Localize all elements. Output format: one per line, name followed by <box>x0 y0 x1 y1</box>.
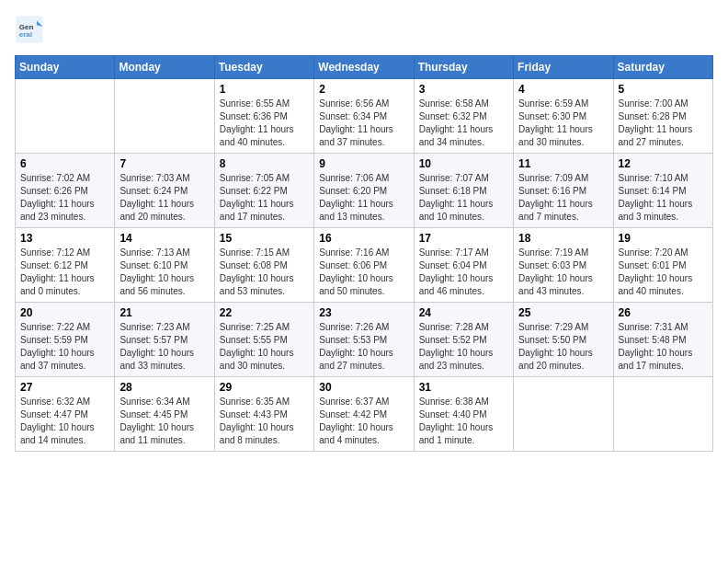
day-number: 13 <box>20 232 109 245</box>
day-info: Sunrise: 7:17 AM Sunset: 6:04 PM Dayligh… <box>419 247 508 298</box>
day-info: Sunrise: 7:10 AM Sunset: 6:14 PM Dayligh… <box>619 172 708 224</box>
day-info: Sunrise: 7:13 AM Sunset: 6:10 PM Dayligh… <box>119 247 209 298</box>
weekday-header: Friday <box>514 56 613 79</box>
calendar-header: SundayMondayTuesdayWednesdayThursdayFrid… <box>16 56 713 79</box>
day-number: 11 <box>518 157 608 170</box>
day-number: 7 <box>119 157 209 170</box>
calendar-cell: 22Sunrise: 7:25 AM Sunset: 5:55 PM Dayli… <box>214 303 313 377</box>
day-info: Sunrise: 7:00 AM Sunset: 6:28 PM Dayligh… <box>619 98 708 149</box>
day-info: Sunrise: 7:15 AM Sunset: 6:08 PM Dayligh… <box>220 247 309 298</box>
day-info: Sunrise: 7:02 AM Sunset: 6:26 PM Dayligh… <box>20 172 109 224</box>
day-info: Sunrise: 7:29 AM Sunset: 5:50 PM Dayligh… <box>518 321 608 373</box>
logo: Gen eral <box>15 15 48 44</box>
day-info: Sunrise: 7:09 AM Sunset: 6:16 PM Dayligh… <box>518 172 608 224</box>
calendar-week-row: 27Sunrise: 6:32 AM Sunset: 4:47 PM Dayli… <box>16 377 713 452</box>
calendar-week-row: 1Sunrise: 6:55 AM Sunset: 6:36 PM Daylig… <box>16 79 713 154</box>
calendar-week-row: 6Sunrise: 7:02 AM Sunset: 6:26 PM Daylig… <box>16 154 713 228</box>
logo-icon: Gen eral <box>15 15 44 44</box>
weekday-header: Thursday <box>414 56 513 79</box>
calendar-cell: 21Sunrise: 7:23 AM Sunset: 5:57 PM Dayli… <box>115 303 214 377</box>
calendar-cell: 29Sunrise: 6:35 AM Sunset: 4:43 PM Dayli… <box>214 377 313 452</box>
svg-text:eral: eral <box>19 30 32 39</box>
calendar-cell: 2Sunrise: 6:56 AM Sunset: 6:34 PM Daylig… <box>314 79 414 154</box>
calendar-cell: 15Sunrise: 7:15 AM Sunset: 6:08 PM Dayli… <box>214 228 313 303</box>
day-number: 3 <box>419 83 508 96</box>
day-number: 6 <box>20 157 109 170</box>
calendar-cell: 18Sunrise: 7:19 AM Sunset: 6:03 PM Dayli… <box>514 228 613 303</box>
day-number: 16 <box>319 232 408 245</box>
day-info: Sunrise: 6:38 AM Sunset: 4:40 PM Dayligh… <box>419 396 508 447</box>
day-number: 26 <box>619 306 708 319</box>
calendar-cell: 27Sunrise: 6:32 AM Sunset: 4:47 PM Dayli… <box>16 377 115 452</box>
calendar-cell: 10Sunrise: 7:07 AM Sunset: 6:18 PM Dayli… <box>414 154 513 228</box>
day-number: 14 <box>119 232 209 245</box>
day-info: Sunrise: 6:37 AM Sunset: 4:42 PM Dayligh… <box>319 396 408 447</box>
day-info: Sunrise: 6:34 AM Sunset: 4:45 PM Dayligh… <box>119 396 209 447</box>
weekday-header: Sunday <box>16 56 115 79</box>
calendar-week-row: 13Sunrise: 7:12 AM Sunset: 6:12 PM Dayli… <box>16 228 713 303</box>
day-number: 22 <box>220 306 309 319</box>
calendar-cell <box>115 79 214 154</box>
day-number: 9 <box>319 157 408 170</box>
day-number: 19 <box>619 232 708 245</box>
day-number: 1 <box>220 83 309 96</box>
calendar-cell: 12Sunrise: 7:10 AM Sunset: 6:14 PM Dayli… <box>613 154 712 228</box>
day-number: 4 <box>518 83 608 96</box>
day-info: Sunrise: 7:23 AM Sunset: 5:57 PM Dayligh… <box>119 321 209 373</box>
day-number: 27 <box>20 381 109 394</box>
day-info: Sunrise: 7:26 AM Sunset: 5:53 PM Dayligh… <box>319 321 408 373</box>
calendar-cell: 4Sunrise: 6:59 AM Sunset: 6:30 PM Daylig… <box>514 79 613 154</box>
calendar-cell: 31Sunrise: 6:38 AM Sunset: 4:40 PM Dayli… <box>414 377 513 452</box>
day-number: 17 <box>419 232 508 245</box>
day-number: 30 <box>319 381 408 394</box>
page-header: Gen eral <box>15 15 713 44</box>
day-info: Sunrise: 7:12 AM Sunset: 6:12 PM Dayligh… <box>20 247 109 298</box>
calendar-cell <box>514 377 613 452</box>
weekday-header: Monday <box>115 56 214 79</box>
weekday-header: Saturday <box>613 56 712 79</box>
calendar-cell: 16Sunrise: 7:16 AM Sunset: 6:06 PM Dayli… <box>314 228 414 303</box>
day-info: Sunrise: 7:03 AM Sunset: 6:24 PM Dayligh… <box>119 172 209 224</box>
calendar-cell: 14Sunrise: 7:13 AM Sunset: 6:10 PM Dayli… <box>115 228 214 303</box>
calendar-cell: 11Sunrise: 7:09 AM Sunset: 6:16 PM Dayli… <box>514 154 613 228</box>
day-info: Sunrise: 7:31 AM Sunset: 5:48 PM Dayligh… <box>619 321 708 373</box>
calendar-cell: 13Sunrise: 7:12 AM Sunset: 6:12 PM Dayli… <box>16 228 115 303</box>
day-number: 29 <box>220 381 309 394</box>
calendar-cell: 24Sunrise: 7:28 AM Sunset: 5:52 PM Dayli… <box>414 303 513 377</box>
day-info: Sunrise: 6:56 AM Sunset: 6:34 PM Dayligh… <box>319 98 408 149</box>
day-number: 8 <box>220 157 309 170</box>
day-info: Sunrise: 7:19 AM Sunset: 6:03 PM Dayligh… <box>518 247 608 298</box>
day-number: 15 <box>220 232 309 245</box>
calendar-cell: 20Sunrise: 7:22 AM Sunset: 5:59 PM Dayli… <box>16 303 115 377</box>
weekday-header: Tuesday <box>214 56 313 79</box>
calendar-cell: 19Sunrise: 7:20 AM Sunset: 6:01 PM Dayli… <box>613 228 712 303</box>
day-info: Sunrise: 6:35 AM Sunset: 4:43 PM Dayligh… <box>220 396 309 447</box>
weekday-header: Wednesday <box>314 56 414 79</box>
weekday-header-row: SundayMondayTuesdayWednesdayThursdayFrid… <box>16 56 713 79</box>
day-info: Sunrise: 6:32 AM Sunset: 4:47 PM Dayligh… <box>20 396 109 447</box>
day-info: Sunrise: 7:16 AM Sunset: 6:06 PM Dayligh… <box>319 247 408 298</box>
calendar-cell <box>613 377 712 452</box>
day-info: Sunrise: 7:05 AM Sunset: 6:22 PM Dayligh… <box>220 172 309 224</box>
calendar-cell: 8Sunrise: 7:05 AM Sunset: 6:22 PM Daylig… <box>214 154 313 228</box>
day-number: 5 <box>619 83 708 96</box>
day-info: Sunrise: 6:58 AM Sunset: 6:32 PM Dayligh… <box>419 98 508 149</box>
day-info: Sunrise: 7:06 AM Sunset: 6:20 PM Dayligh… <box>319 172 408 224</box>
day-info: Sunrise: 7:20 AM Sunset: 6:01 PM Dayligh… <box>619 247 708 298</box>
calendar-cell: 26Sunrise: 7:31 AM Sunset: 5:48 PM Dayli… <box>613 303 712 377</box>
calendar-cell: 3Sunrise: 6:58 AM Sunset: 6:32 PM Daylig… <box>414 79 513 154</box>
day-number: 20 <box>20 306 109 319</box>
day-number: 2 <box>319 83 408 96</box>
day-number: 23 <box>319 306 408 319</box>
calendar-cell: 25Sunrise: 7:29 AM Sunset: 5:50 PM Dayli… <box>514 303 613 377</box>
calendar-body: 1Sunrise: 6:55 AM Sunset: 6:36 PM Daylig… <box>16 79 713 452</box>
day-number: 12 <box>619 157 708 170</box>
calendar-cell: 28Sunrise: 6:34 AM Sunset: 4:45 PM Dayli… <box>115 377 214 452</box>
calendar-cell: 9Sunrise: 7:06 AM Sunset: 6:20 PM Daylig… <box>314 154 414 228</box>
calendar-cell: 23Sunrise: 7:26 AM Sunset: 5:53 PM Dayli… <box>314 303 414 377</box>
day-info: Sunrise: 6:59 AM Sunset: 6:30 PM Dayligh… <box>518 98 608 149</box>
calendar-cell: 30Sunrise: 6:37 AM Sunset: 4:42 PM Dayli… <box>314 377 414 452</box>
day-number: 31 <box>419 381 508 394</box>
calendar-cell: 1Sunrise: 6:55 AM Sunset: 6:36 PM Daylig… <box>214 79 313 154</box>
day-info: Sunrise: 7:07 AM Sunset: 6:18 PM Dayligh… <box>419 172 508 224</box>
